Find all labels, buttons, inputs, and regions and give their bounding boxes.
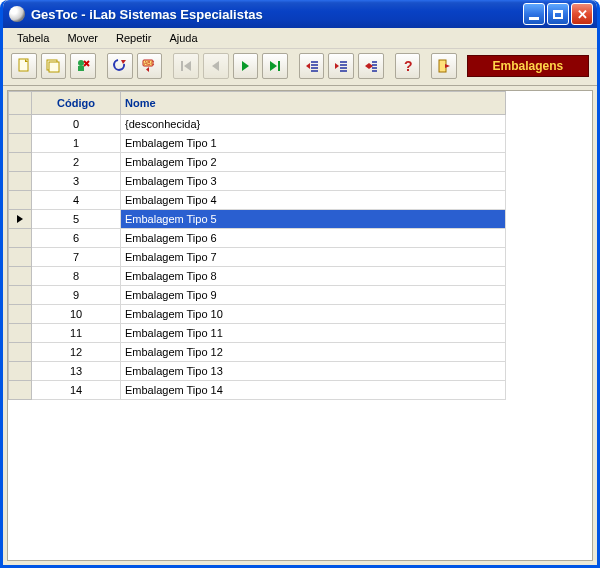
svg-marker-10 bbox=[146, 67, 149, 72]
next-button[interactable] bbox=[233, 53, 259, 79]
menu-tabela[interactable]: Tabela bbox=[9, 30, 57, 46]
cell-codigo[interactable]: 5 bbox=[32, 210, 121, 229]
cell-nome[interactable]: Embalagem Tipo 3 bbox=[121, 172, 506, 191]
svg-rect-16 bbox=[278, 61, 280, 71]
refresh-button[interactable] bbox=[107, 53, 133, 79]
new-document-button[interactable] bbox=[11, 53, 37, 79]
help-button[interactable]: ? bbox=[395, 53, 421, 79]
column-codigo[interactable]: Código bbox=[32, 92, 121, 115]
cell-codigo[interactable]: 8 bbox=[32, 267, 121, 286]
cell-nome[interactable]: {desconhecida} bbox=[121, 115, 506, 134]
records-button[interactable] bbox=[41, 53, 67, 79]
app-icon bbox=[9, 6, 25, 22]
cell-nome[interactable]: Embalagem Tipo 10 bbox=[121, 305, 506, 324]
cell-codigo[interactable]: 4 bbox=[32, 191, 121, 210]
row-gutter[interactable] bbox=[9, 305, 32, 324]
cell-codigo[interactable]: 9 bbox=[32, 286, 121, 305]
row-gutter[interactable] bbox=[9, 248, 32, 267]
row-gutter[interactable] bbox=[9, 115, 32, 134]
cell-codigo[interactable]: 2 bbox=[32, 153, 121, 172]
cell-nome[interactable]: Embalagem Tipo 9 bbox=[121, 286, 506, 305]
cell-codigo[interactable]: 6 bbox=[32, 229, 121, 248]
svg-rect-34 bbox=[439, 60, 446, 72]
row-gutter[interactable] bbox=[9, 153, 32, 172]
table-row[interactable]: 8Embalagem Tipo 8 bbox=[9, 267, 506, 286]
cell-codigo[interactable]: 0 bbox=[32, 115, 121, 134]
cell-nome[interactable]: Embalagem Tipo 12 bbox=[121, 343, 506, 362]
cell-codigo[interactable]: 10 bbox=[32, 305, 121, 324]
row-gutter[interactable] bbox=[9, 191, 32, 210]
row-gutter[interactable] bbox=[9, 324, 32, 343]
cell-codigo[interactable]: 14 bbox=[32, 381, 121, 400]
svg-marker-35 bbox=[445, 64, 450, 68]
last-button[interactable] bbox=[262, 53, 288, 79]
row-gutter[interactable] bbox=[9, 267, 32, 286]
document-add-icon bbox=[16, 58, 32, 74]
cell-nome[interactable]: Embalagem Tipo 1 bbox=[121, 134, 506, 153]
table-row[interactable]: 6Embalagem Tipo 6 bbox=[9, 229, 506, 248]
menu-ajuda[interactable]: Ajuda bbox=[161, 30, 205, 46]
menu-mover[interactable]: Mover bbox=[59, 30, 106, 46]
table-row[interactable]: 5Embalagem Tipo 5 bbox=[9, 210, 506, 229]
cell-codigo[interactable]: 1 bbox=[32, 134, 121, 153]
row-gutter[interactable] bbox=[9, 210, 32, 229]
row-gutter[interactable] bbox=[9, 134, 32, 153]
cell-nome[interactable]: Embalagem Tipo 11 bbox=[121, 324, 506, 343]
table-row[interactable]: 13Embalagem Tipo 13 bbox=[9, 362, 506, 381]
exit-button[interactable] bbox=[431, 53, 457, 79]
first-button[interactable] bbox=[173, 53, 199, 79]
row-gutter[interactable] bbox=[9, 343, 32, 362]
table-row[interactable]: 3Embalagem Tipo 3 bbox=[9, 172, 506, 191]
prev-button[interactable] bbox=[203, 53, 229, 79]
maximize-button[interactable] bbox=[547, 3, 569, 25]
tag-arrow-icon: ABC bbox=[141, 58, 157, 74]
cell-nome[interactable]: Embalagem Tipo 7 bbox=[121, 248, 506, 267]
cell-codigo[interactable]: 13 bbox=[32, 362, 121, 381]
table-row[interactable]: 12Embalagem Tipo 12 bbox=[9, 343, 506, 362]
close-button[interactable] bbox=[571, 3, 593, 25]
column-nome[interactable]: Nome bbox=[121, 92, 506, 115]
table-row[interactable]: 10Embalagem Tipo 10 bbox=[9, 305, 506, 324]
svg-marker-15 bbox=[270, 61, 277, 71]
minimize-button[interactable] bbox=[523, 3, 545, 25]
table-row[interactable]: 0{desconhecida} bbox=[9, 115, 506, 134]
window-title: GesToc - iLab Sistemas Especialistas bbox=[31, 7, 523, 22]
svg-marker-17 bbox=[306, 63, 310, 69]
cell-codigo[interactable]: 11 bbox=[32, 324, 121, 343]
table-row[interactable]: 1Embalagem Tipo 1 bbox=[9, 134, 506, 153]
toolbar-wrap: ABC bbox=[3, 49, 597, 86]
delete-button[interactable] bbox=[70, 53, 96, 79]
repeat-list-icon bbox=[363, 58, 379, 74]
cell-nome[interactable]: Embalagem Tipo 14 bbox=[121, 381, 506, 400]
cell-codigo[interactable]: 12 bbox=[32, 343, 121, 362]
column-gutter[interactable] bbox=[9, 92, 32, 115]
row-gutter[interactable] bbox=[9, 229, 32, 248]
cell-nome[interactable]: Embalagem Tipo 5 bbox=[121, 210, 506, 229]
cell-codigo[interactable]: 7 bbox=[32, 248, 121, 267]
table-row[interactable]: 11Embalagem Tipo 11 bbox=[9, 324, 506, 343]
cell-nome[interactable]: Embalagem Tipo 8 bbox=[121, 267, 506, 286]
menu-repetir[interactable]: Repetir bbox=[108, 30, 159, 46]
table-row[interactable]: 14Embalagem Tipo 14 bbox=[9, 381, 506, 400]
outdent-icon bbox=[304, 58, 320, 74]
tag-button[interactable]: ABC bbox=[137, 53, 163, 79]
indent-button[interactable] bbox=[328, 53, 354, 79]
cell-nome[interactable]: Embalagem Tipo 6 bbox=[121, 229, 506, 248]
table-row[interactable]: 9Embalagem Tipo 9 bbox=[9, 286, 506, 305]
cell-nome[interactable]: Embalagem Tipo 4 bbox=[121, 191, 506, 210]
row-gutter[interactable] bbox=[9, 172, 32, 191]
table-row[interactable]: 7Embalagem Tipo 7 bbox=[9, 248, 506, 267]
last-icon bbox=[267, 58, 283, 74]
cell-nome[interactable]: Embalagem Tipo 2 bbox=[121, 153, 506, 172]
svg-marker-22 bbox=[335, 63, 339, 69]
row-gutter[interactable] bbox=[9, 381, 32, 400]
row-gutter[interactable] bbox=[9, 362, 32, 381]
table-row[interactable]: 2Embalagem Tipo 2 bbox=[9, 153, 506, 172]
data-grid[interactable]: Código Nome 0{desconhecida}1Embalagem Ti… bbox=[8, 91, 506, 400]
row-gutter[interactable] bbox=[9, 286, 32, 305]
table-row[interactable]: 4Embalagem Tipo 4 bbox=[9, 191, 506, 210]
repeat-list-button[interactable] bbox=[358, 53, 384, 79]
cell-codigo[interactable]: 3 bbox=[32, 172, 121, 191]
outdent-button[interactable] bbox=[299, 53, 325, 79]
cell-nome[interactable]: Embalagem Tipo 13 bbox=[121, 362, 506, 381]
